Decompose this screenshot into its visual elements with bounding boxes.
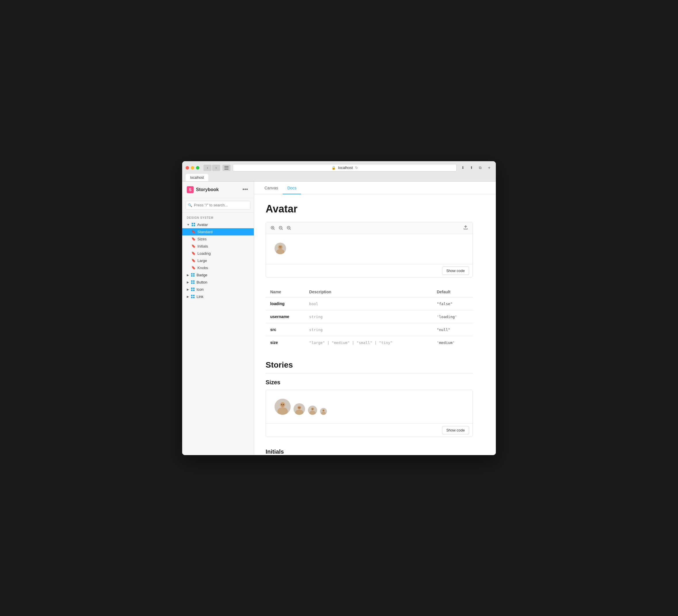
avatar-large: [274, 399, 291, 415]
preview-share-button[interactable]: [462, 224, 469, 231]
sidebar-toggle-button[interactable]: [222, 165, 230, 171]
forward-button[interactable]: ›: [212, 165, 220, 171]
tab-canvas[interactable]: Canvas: [260, 182, 282, 194]
address-bar: 🔒 localhost ↻: [233, 164, 457, 172]
nav-group-label-link: Link: [196, 294, 203, 299]
svg-rect-7: [191, 273, 192, 275]
svg-rect-4: [194, 223, 195, 224]
nav-group-header-button[interactable]: ▶ Button: [182, 279, 254, 286]
svg-point-53: [311, 408, 314, 410]
app-layout: S Storybook ••• 🔍 DESIGN SYSTEM ▼: [182, 182, 496, 455]
search-input[interactable]: [186, 201, 250, 210]
sidebar-item-knobs[interactable]: 🔖 Knobs: [182, 264, 254, 271]
standard-preview-area: [266, 234, 473, 264]
standard-preview-footer: Show code: [266, 264, 473, 277]
zoom-out-button[interactable]: [277, 224, 284, 231]
sidebar-menu-button[interactable]: •••: [241, 186, 249, 194]
svg-rect-14: [193, 282, 194, 284]
minimize-button[interactable]: [191, 166, 194, 170]
share-button[interactable]: ⬆: [467, 165, 475, 171]
prop-default-username: 'loading': [437, 315, 457, 319]
avatars-row: [274, 399, 464, 415]
standard-preview-box: Show code: [266, 222, 473, 278]
nav-group-header-link[interactable]: ▶ Link: [182, 293, 254, 300]
nav-group-header-badge[interactable]: ▶ Badge: [182, 271, 254, 279]
svg-point-35: [278, 245, 282, 249]
sidebar-item-large[interactable]: 🔖 Large: [182, 257, 254, 264]
search-container: 🔍: [182, 198, 254, 213]
svg-point-30: [287, 226, 290, 229]
svg-point-61: [323, 410, 324, 410]
back-button[interactable]: ‹: [203, 165, 212, 171]
nav-group-avatar: ▼ Avatar 🔖: [182, 221, 254, 271]
nav-group-header-avatar[interactable]: ▼ Avatar: [182, 221, 254, 228]
svg-rect-10: [193, 275, 194, 277]
sizes-show-code-button[interactable]: Show code: [442, 426, 469, 434]
new-tab-button[interactable]: ⧉: [476, 165, 484, 171]
active-browser-tab[interactable]: localhost: [186, 174, 209, 181]
svg-rect-9: [191, 275, 192, 277]
sidebar-item-label-standard: Standard: [197, 230, 213, 234]
sidebar-item-sizes[interactable]: 🔖 Sizes: [182, 235, 254, 243]
svg-point-44: [283, 404, 284, 405]
svg-point-49: [298, 407, 299, 408]
chevron-right-icon-badge: ▶: [187, 274, 189, 277]
svg-point-38: [280, 246, 281, 247]
bookmark-icon-knobs: 🔖: [191, 266, 196, 270]
svg-rect-21: [191, 297, 192, 298]
sidebar-item-label-large: Large: [197, 258, 207, 263]
svg-point-50: [300, 407, 300, 408]
prop-default-loading: "false": [437, 302, 453, 306]
story-item-sizes: Sizes: [266, 379, 473, 437]
sidebar-header: S Storybook •••: [182, 182, 254, 198]
bookmark-icon-loading: 🔖: [191, 251, 196, 255]
nav-group-header-icon[interactable]: ▶ Icon: [182, 286, 254, 293]
bookmark-icon-sizes: 🔖: [191, 237, 196, 241]
svg-point-41: [280, 402, 285, 407]
nav-group-icon: ▶ Icon: [182, 286, 254, 293]
search-wrapper: 🔍: [186, 201, 250, 210]
bookmark-icon-initials: 🔖: [191, 244, 196, 248]
sidebar-item-loading[interactable]: 🔖 Loading: [182, 250, 254, 257]
browser-top-bar: ‹ › 🔒 localhost ↻ ⬇ ⬆ ⧉ +: [186, 164, 492, 172]
prop-name-src: src: [270, 327, 276, 332]
close-button[interactable]: [186, 166, 189, 170]
prop-name-size: size: [270, 340, 278, 345]
svg-point-56: [312, 408, 313, 409]
svg-rect-12: [193, 280, 194, 282]
svg-rect-11: [191, 280, 192, 282]
svg-point-62: [324, 410, 324, 410]
stories-title: Stories: [266, 360, 473, 373]
zoom-reset-button[interactable]: [286, 224, 292, 231]
svg-rect-0: [224, 166, 228, 167]
story-item-initials: Initials: [266, 448, 473, 455]
browser-window: ‹ › 🔒 localhost ↻ ⬇ ⬆ ⧉ +: [182, 161, 496, 455]
tab-docs[interactable]: Docs: [282, 182, 301, 194]
zoom-in-button[interactable]: [269, 224, 276, 231]
nav-group-label-button: Button: [196, 280, 208, 284]
reload-button[interactable]: ↻: [355, 166, 358, 170]
download-button[interactable]: ⬇: [459, 165, 466, 171]
chevron-right-icon-button: ▶: [187, 281, 189, 284]
maximize-button[interactable]: [196, 166, 199, 170]
prop-type-loading: bool: [309, 302, 318, 306]
browser-action-buttons: ⬇ ⬆ ⧉: [459, 165, 484, 171]
grid-icon-link: [191, 294, 195, 298]
sidebar-item-initials[interactable]: 🔖 Initials: [182, 243, 254, 250]
chevron-down-icon: ▼: [187, 223, 190, 226]
prop-type-username: string: [309, 315, 323, 319]
storybook-logo: S Storybook: [187, 186, 219, 193]
main-tabs: Canvas Docs: [254, 182, 496, 194]
grid-icon-icon: [191, 287, 195, 291]
browser-nav-buttons: ‹ ›: [203, 165, 220, 171]
search-icon: 🔍: [188, 203, 192, 207]
svg-rect-18: [193, 290, 194, 291]
bookmark-icon-large: 🔖: [191, 258, 196, 262]
sidebar-item-standard[interactable]: 🔖 Standard: [182, 228, 254, 235]
zoom-controls: [269, 224, 292, 231]
prop-default-size: 'medium': [437, 340, 455, 345]
add-tab-button[interactable]: +: [486, 165, 492, 171]
storybook-name: Storybook: [196, 187, 219, 192]
standard-show-code-button[interactable]: Show code: [442, 266, 469, 275]
browser-chrome: ‹ › 🔒 localhost ↻ ⬇ ⬆ ⧉ +: [182, 161, 496, 182]
